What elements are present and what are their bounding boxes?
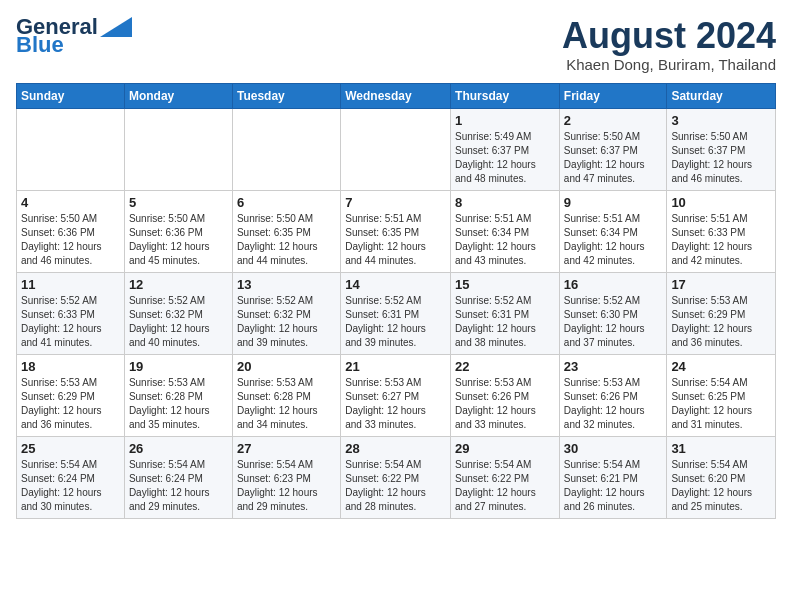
table-cell: 20Sunrise: 5:53 AM Sunset: 6:28 PM Dayli…	[232, 354, 340, 436]
table-cell	[124, 108, 232, 190]
day-info: Sunrise: 5:51 AM Sunset: 6:34 PM Dayligh…	[564, 212, 663, 268]
table-cell: 11Sunrise: 5:52 AM Sunset: 6:33 PM Dayli…	[17, 272, 125, 354]
day-number: 14	[345, 277, 446, 292]
table-cell	[17, 108, 125, 190]
day-info: Sunrise: 5:53 AM Sunset: 6:26 PM Dayligh…	[455, 376, 555, 432]
table-cell: 16Sunrise: 5:52 AM Sunset: 6:30 PM Dayli…	[559, 272, 667, 354]
day-info: Sunrise: 5:52 AM Sunset: 6:31 PM Dayligh…	[455, 294, 555, 350]
table-cell: 2Sunrise: 5:50 AM Sunset: 6:37 PM Daylig…	[559, 108, 667, 190]
day-number: 18	[21, 359, 120, 374]
week-row-5: 25Sunrise: 5:54 AM Sunset: 6:24 PM Dayli…	[17, 436, 776, 518]
table-cell: 6Sunrise: 5:50 AM Sunset: 6:35 PM Daylig…	[232, 190, 340, 272]
table-cell: 30Sunrise: 5:54 AM Sunset: 6:21 PM Dayli…	[559, 436, 667, 518]
day-number: 4	[21, 195, 120, 210]
table-cell: 7Sunrise: 5:51 AM Sunset: 6:35 PM Daylig…	[341, 190, 451, 272]
day-number: 12	[129, 277, 228, 292]
day-info: Sunrise: 5:53 AM Sunset: 6:29 PM Dayligh…	[671, 294, 771, 350]
calendar-body: 1Sunrise: 5:49 AM Sunset: 6:37 PM Daylig…	[17, 108, 776, 518]
day-info: Sunrise: 5:53 AM Sunset: 6:29 PM Dayligh…	[21, 376, 120, 432]
day-info: Sunrise: 5:50 AM Sunset: 6:35 PM Dayligh…	[237, 212, 336, 268]
table-cell: 5Sunrise: 5:50 AM Sunset: 6:36 PM Daylig…	[124, 190, 232, 272]
page-header: General Blue August 2024 Khaen Dong, Bur…	[16, 16, 776, 73]
day-info: Sunrise: 5:50 AM Sunset: 6:37 PM Dayligh…	[564, 130, 663, 186]
col-monday: Monday	[124, 83, 232, 108]
day-number: 22	[455, 359, 555, 374]
table-cell: 14Sunrise: 5:52 AM Sunset: 6:31 PM Dayli…	[341, 272, 451, 354]
day-number: 10	[671, 195, 771, 210]
day-number: 24	[671, 359, 771, 374]
table-cell	[341, 108, 451, 190]
day-info: Sunrise: 5:50 AM Sunset: 6:36 PM Dayligh…	[129, 212, 228, 268]
calendar-header: Sunday Monday Tuesday Wednesday Thursday…	[17, 83, 776, 108]
table-cell: 1Sunrise: 5:49 AM Sunset: 6:37 PM Daylig…	[451, 108, 560, 190]
day-info: Sunrise: 5:52 AM Sunset: 6:33 PM Dayligh…	[21, 294, 120, 350]
day-number: 15	[455, 277, 555, 292]
day-number: 6	[237, 195, 336, 210]
day-info: Sunrise: 5:53 AM Sunset: 6:27 PM Dayligh…	[345, 376, 446, 432]
day-info: Sunrise: 5:54 AM Sunset: 6:23 PM Dayligh…	[237, 458, 336, 514]
day-number: 17	[671, 277, 771, 292]
day-info: Sunrise: 5:53 AM Sunset: 6:28 PM Dayligh…	[129, 376, 228, 432]
header-row: Sunday Monday Tuesday Wednesday Thursday…	[17, 83, 776, 108]
day-number: 7	[345, 195, 446, 210]
week-row-1: 1Sunrise: 5:49 AM Sunset: 6:37 PM Daylig…	[17, 108, 776, 190]
table-cell: 22Sunrise: 5:53 AM Sunset: 6:26 PM Dayli…	[451, 354, 560, 436]
day-info: Sunrise: 5:51 AM Sunset: 6:35 PM Dayligh…	[345, 212, 446, 268]
table-cell: 8Sunrise: 5:51 AM Sunset: 6:34 PM Daylig…	[451, 190, 560, 272]
day-number: 27	[237, 441, 336, 456]
col-friday: Friday	[559, 83, 667, 108]
table-cell: 18Sunrise: 5:53 AM Sunset: 6:29 PM Dayli…	[17, 354, 125, 436]
table-cell: 23Sunrise: 5:53 AM Sunset: 6:26 PM Dayli…	[559, 354, 667, 436]
table-cell: 28Sunrise: 5:54 AM Sunset: 6:22 PM Dayli…	[341, 436, 451, 518]
table-cell: 3Sunrise: 5:50 AM Sunset: 6:37 PM Daylig…	[667, 108, 776, 190]
day-number: 11	[21, 277, 120, 292]
day-number: 19	[129, 359, 228, 374]
table-cell	[232, 108, 340, 190]
logo-blue: Blue	[16, 34, 64, 56]
table-cell: 29Sunrise: 5:54 AM Sunset: 6:22 PM Dayli…	[451, 436, 560, 518]
day-number: 26	[129, 441, 228, 456]
day-number: 31	[671, 441, 771, 456]
day-number: 9	[564, 195, 663, 210]
day-info: Sunrise: 5:54 AM Sunset: 6:25 PM Dayligh…	[671, 376, 771, 432]
day-info: Sunrise: 5:49 AM Sunset: 6:37 PM Dayligh…	[455, 130, 555, 186]
day-number: 29	[455, 441, 555, 456]
day-number: 2	[564, 113, 663, 128]
day-info: Sunrise: 5:54 AM Sunset: 6:20 PM Dayligh…	[671, 458, 771, 514]
table-cell: 21Sunrise: 5:53 AM Sunset: 6:27 PM Dayli…	[341, 354, 451, 436]
day-info: Sunrise: 5:52 AM Sunset: 6:31 PM Dayligh…	[345, 294, 446, 350]
month-year: August 2024	[562, 16, 776, 56]
col-thursday: Thursday	[451, 83, 560, 108]
day-info: Sunrise: 5:52 AM Sunset: 6:32 PM Dayligh…	[129, 294, 228, 350]
table-cell: 24Sunrise: 5:54 AM Sunset: 6:25 PM Dayli…	[667, 354, 776, 436]
table-cell: 17Sunrise: 5:53 AM Sunset: 6:29 PM Dayli…	[667, 272, 776, 354]
day-info: Sunrise: 5:51 AM Sunset: 6:34 PM Dayligh…	[455, 212, 555, 268]
day-number: 3	[671, 113, 771, 128]
day-info: Sunrise: 5:52 AM Sunset: 6:32 PM Dayligh…	[237, 294, 336, 350]
day-number: 5	[129, 195, 228, 210]
day-info: Sunrise: 5:53 AM Sunset: 6:28 PM Dayligh…	[237, 376, 336, 432]
col-tuesday: Tuesday	[232, 83, 340, 108]
col-saturday: Saturday	[667, 83, 776, 108]
table-cell: 31Sunrise: 5:54 AM Sunset: 6:20 PM Dayli…	[667, 436, 776, 518]
title-block: August 2024 Khaen Dong, Buriram, Thailan…	[562, 16, 776, 73]
day-info: Sunrise: 5:54 AM Sunset: 6:22 PM Dayligh…	[455, 458, 555, 514]
table-cell: 19Sunrise: 5:53 AM Sunset: 6:28 PM Dayli…	[124, 354, 232, 436]
logo-icon	[100, 17, 132, 37]
day-info: Sunrise: 5:50 AM Sunset: 6:36 PM Dayligh…	[21, 212, 120, 268]
day-number: 16	[564, 277, 663, 292]
week-row-4: 18Sunrise: 5:53 AM Sunset: 6:29 PM Dayli…	[17, 354, 776, 436]
day-info: Sunrise: 5:53 AM Sunset: 6:26 PM Dayligh…	[564, 376, 663, 432]
table-cell: 4Sunrise: 5:50 AM Sunset: 6:36 PM Daylig…	[17, 190, 125, 272]
day-info: Sunrise: 5:51 AM Sunset: 6:33 PM Dayligh…	[671, 212, 771, 268]
svg-marker-0	[100, 17, 132, 37]
location: Khaen Dong, Buriram, Thailand	[562, 56, 776, 73]
table-cell: 25Sunrise: 5:54 AM Sunset: 6:24 PM Dayli…	[17, 436, 125, 518]
day-number: 21	[345, 359, 446, 374]
day-number: 23	[564, 359, 663, 374]
day-number: 20	[237, 359, 336, 374]
day-number: 13	[237, 277, 336, 292]
day-number: 30	[564, 441, 663, 456]
day-number: 8	[455, 195, 555, 210]
day-number: 1	[455, 113, 555, 128]
